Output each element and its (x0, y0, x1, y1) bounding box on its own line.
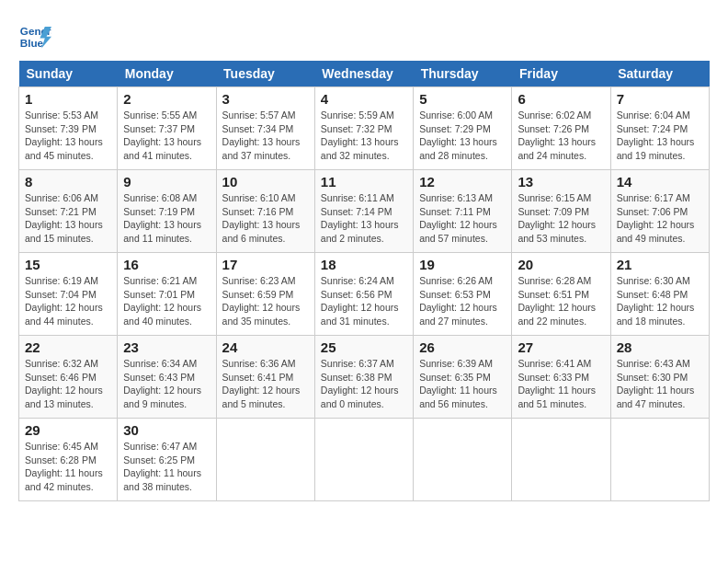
day-cell-28: 28 Sunrise: 6:43 AM Sunset: 6:30 PM Dayl… (610, 336, 709, 419)
day-number: 1 (25, 91, 111, 107)
day-number: 15 (25, 257, 111, 272)
day-info: Sunrise: 5:59 AM Sunset: 7:32 PM Dayligh… (321, 109, 407, 163)
day-cell-20: 20 Sunrise: 6:28 AM Sunset: 6:51 PM Dayl… (512, 253, 610, 336)
day-cell-19: 19 Sunrise: 6:26 AM Sunset: 6:53 PM Dayl… (414, 253, 512, 336)
day-cell-12: 12 Sunrise: 6:13 AM Sunset: 7:11 PM Dayl… (414, 170, 512, 253)
day-number: 23 (123, 339, 210, 355)
day-number: 17 (222, 257, 309, 272)
day-cell-23: 23 Sunrise: 6:34 AM Sunset: 6:43 PM Dayl… (118, 336, 216, 419)
day-number: 5 (419, 91, 506, 107)
day-info: Sunrise: 6:26 AM Sunset: 6:53 PM Dayligh… (419, 274, 506, 328)
day-info: Sunrise: 6:32 AM Sunset: 6:46 PM Dayligh… (25, 357, 111, 411)
day-number: 9 (123, 174, 210, 190)
day-info: Sunrise: 6:15 AM Sunset: 7:09 PM Dayligh… (518, 191, 604, 246)
day-cell-9: 9 Sunrise: 6:08 AM Sunset: 7:19 PM Dayli… (118, 170, 216, 253)
day-number: 7 (617, 91, 703, 107)
day-info: Sunrise: 5:55 AM Sunset: 7:37 PM Dayligh… (123, 109, 210, 163)
day-info: Sunrise: 6:21 AM Sunset: 7:01 PM Dayligh… (123, 274, 210, 328)
day-number: 12 (419, 174, 506, 190)
empty-day-cell (314, 419, 413, 501)
day-number: 19 (419, 257, 506, 272)
column-header-monday: Monday (118, 61, 216, 87)
day-number: 28 (617, 339, 703, 355)
column-header-thursday: Thursday (414, 61, 512, 87)
day-cell-25: 25 Sunrise: 6:37 AM Sunset: 6:38 PM Dayl… (314, 336, 413, 419)
page-header: General Blue (18, 18, 710, 52)
day-cell-30: 30 Sunrise: 6:47 AM Sunset: 6:25 PM Dayl… (118, 419, 216, 501)
day-cell-16: 16 Sunrise: 6:21 AM Sunset: 7:01 PM Dayl… (118, 253, 216, 336)
day-number: 11 (321, 174, 407, 190)
calendar-header-row: SundayMondayTuesdayWednesdayThursdayFrid… (19, 61, 710, 87)
day-cell-13: 13 Sunrise: 6:15 AM Sunset: 7:09 PM Dayl… (512, 170, 610, 253)
day-cell-1: 1 Sunrise: 5:53 AM Sunset: 7:39 PM Dayli… (19, 87, 118, 170)
day-info: Sunrise: 6:19 AM Sunset: 7:04 PM Dayligh… (25, 274, 111, 328)
day-info: Sunrise: 6:45 AM Sunset: 6:28 PM Dayligh… (25, 440, 111, 494)
day-number: 10 (222, 174, 309, 190)
column-header-tuesday: Tuesday (216, 61, 314, 87)
day-cell-22: 22 Sunrise: 6:32 AM Sunset: 6:46 PM Dayl… (19, 336, 118, 419)
day-cell-8: 8 Sunrise: 6:06 AM Sunset: 7:21 PM Dayli… (19, 170, 118, 253)
day-info: Sunrise: 5:53 AM Sunset: 7:39 PM Dayligh… (25, 109, 111, 163)
day-cell-6: 6 Sunrise: 6:02 AM Sunset: 7:26 PM Dayli… (512, 87, 610, 170)
week-row-5: 29 Sunrise: 6:45 AM Sunset: 6:28 PM Dayl… (19, 419, 710, 501)
day-info: Sunrise: 6:30 AM Sunset: 6:48 PM Dayligh… (617, 274, 703, 328)
day-cell-18: 18 Sunrise: 6:24 AM Sunset: 6:56 PM Dayl… (314, 253, 413, 336)
day-cell-2: 2 Sunrise: 5:55 AM Sunset: 7:37 PM Dayli… (118, 87, 216, 170)
day-cell-5: 5 Sunrise: 6:00 AM Sunset: 7:29 PM Dayli… (414, 87, 512, 170)
day-cell-10: 10 Sunrise: 6:10 AM Sunset: 7:16 PM Dayl… (216, 170, 314, 253)
day-info: Sunrise: 6:08 AM Sunset: 7:19 PM Dayligh… (123, 191, 210, 246)
day-number: 21 (617, 257, 703, 272)
day-cell-24: 24 Sunrise: 6:36 AM Sunset: 6:41 PM Dayl… (216, 336, 314, 419)
day-number: 29 (25, 422, 111, 438)
day-cell-27: 27 Sunrise: 6:41 AM Sunset: 6:33 PM Dayl… (512, 336, 610, 419)
day-number: 25 (321, 339, 407, 355)
day-number: 4 (321, 91, 407, 107)
day-info: Sunrise: 6:06 AM Sunset: 7:21 PM Dayligh… (25, 191, 111, 246)
day-number: 18 (321, 257, 407, 272)
column-header-sunday: Sunday (19, 61, 118, 87)
day-info: Sunrise: 6:23 AM Sunset: 6:59 PM Dayligh… (222, 274, 309, 328)
day-number: 27 (518, 339, 604, 355)
column-header-wednesday: Wednesday (314, 61, 413, 87)
day-cell-21: 21 Sunrise: 6:30 AM Sunset: 6:48 PM Dayl… (610, 253, 709, 336)
day-info: Sunrise: 6:41 AM Sunset: 6:33 PM Dayligh… (518, 357, 604, 411)
day-cell-7: 7 Sunrise: 6:04 AM Sunset: 7:24 PM Dayli… (610, 87, 709, 170)
day-info: Sunrise: 6:00 AM Sunset: 7:29 PM Dayligh… (419, 109, 506, 163)
day-cell-14: 14 Sunrise: 6:17 AM Sunset: 7:06 PM Dayl… (610, 170, 709, 253)
day-number: 8 (25, 174, 111, 190)
day-number: 6 (518, 91, 604, 107)
column-header-friday: Friday (512, 61, 610, 87)
day-number: 26 (419, 339, 506, 355)
day-info: Sunrise: 6:34 AM Sunset: 6:43 PM Dayligh… (123, 357, 210, 411)
logo: General Blue (18, 18, 55, 52)
empty-day-cell (512, 419, 610, 501)
day-info: Sunrise: 6:10 AM Sunset: 7:16 PM Dayligh… (222, 191, 309, 246)
day-number: 22 (25, 339, 111, 355)
day-info: Sunrise: 6:47 AM Sunset: 6:25 PM Dayligh… (123, 440, 210, 494)
empty-day-cell (414, 419, 512, 501)
logo-icon: General Blue (18, 18, 51, 52)
day-info: Sunrise: 6:13 AM Sunset: 7:11 PM Dayligh… (419, 191, 506, 246)
day-info: Sunrise: 6:36 AM Sunset: 6:41 PM Dayligh… (222, 357, 309, 411)
day-number: 2 (123, 91, 210, 107)
day-number: 14 (617, 174, 703, 190)
day-info: Sunrise: 6:28 AM Sunset: 6:51 PM Dayligh… (518, 274, 604, 328)
day-cell-29: 29 Sunrise: 6:45 AM Sunset: 6:28 PM Dayl… (19, 419, 118, 501)
empty-day-cell (610, 419, 709, 501)
day-info: Sunrise: 6:24 AM Sunset: 6:56 PM Dayligh… (321, 274, 407, 328)
day-cell-3: 3 Sunrise: 5:57 AM Sunset: 7:34 PM Dayli… (216, 87, 314, 170)
day-number: 20 (518, 257, 604, 272)
day-info: Sunrise: 6:43 AM Sunset: 6:30 PM Dayligh… (617, 357, 703, 411)
week-row-4: 22 Sunrise: 6:32 AM Sunset: 6:46 PM Dayl… (19, 336, 710, 419)
day-info: Sunrise: 6:11 AM Sunset: 7:14 PM Dayligh… (321, 191, 407, 246)
day-info: Sunrise: 6:04 AM Sunset: 7:24 PM Dayligh… (617, 109, 703, 163)
week-row-3: 15 Sunrise: 6:19 AM Sunset: 7:04 PM Dayl… (19, 253, 710, 336)
week-row-2: 8 Sunrise: 6:06 AM Sunset: 7:21 PM Dayli… (19, 170, 710, 253)
day-number: 24 (222, 339, 309, 355)
week-row-1: 1 Sunrise: 5:53 AM Sunset: 7:39 PM Dayli… (19, 87, 710, 170)
day-number: 16 (123, 257, 210, 272)
day-cell-17: 17 Sunrise: 6:23 AM Sunset: 6:59 PM Dayl… (216, 253, 314, 336)
column-header-saturday: Saturday (610, 61, 709, 87)
day-info: Sunrise: 5:57 AM Sunset: 7:34 PM Dayligh… (222, 109, 309, 163)
day-cell-4: 4 Sunrise: 5:59 AM Sunset: 7:32 PM Dayli… (314, 87, 413, 170)
